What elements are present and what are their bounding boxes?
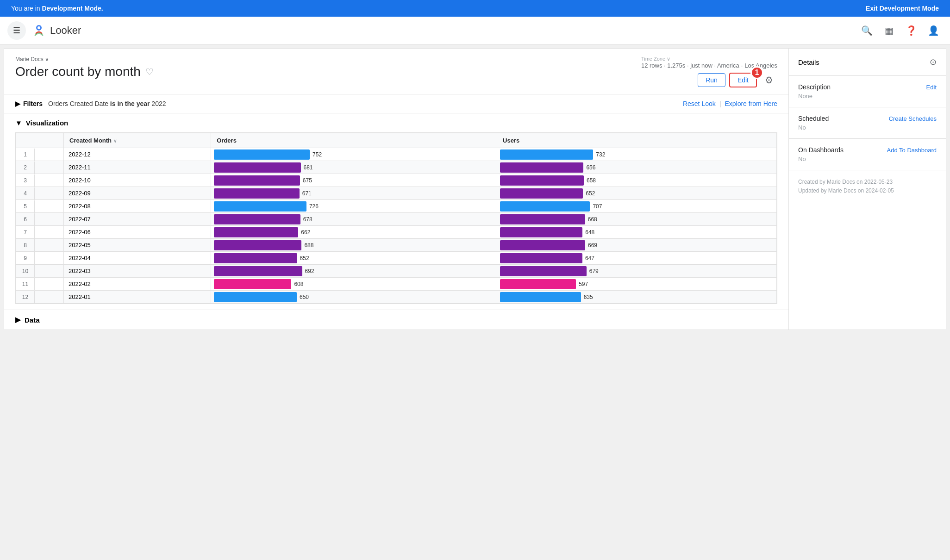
orders-bar-cell: 650: [211, 291, 497, 304]
explore-from-here-link[interactable]: Explore from Here: [725, 100, 777, 107]
user-button[interactable]: 👤: [924, 21, 943, 40]
filter-description: Orders Created Date is in the year 2022: [48, 100, 166, 107]
row-num-cell: 6: [16, 213, 64, 226]
data-section: ▶ Data: [4, 310, 788, 330]
details-nav-icon[interactable]: ⊙: [930, 57, 937, 67]
exit-dev-button[interactable]: Exit Development Mode: [866, 5, 939, 12]
row-num-cell: 8: [16, 239, 64, 252]
row-num-cell: 9: [16, 252, 64, 265]
orders-bar-cell: 662: [211, 226, 497, 239]
timezone-label[interactable]: Time Zone ∨: [641, 56, 777, 62]
filters-toggle[interactable]: ▶ Filters: [15, 100, 43, 107]
orders-bar-cell: 726: [211, 200, 497, 213]
users-value: 635: [584, 294, 593, 300]
on-dashboards-label: On Dashboards: [798, 146, 844, 154]
orders-value: 726: [309, 203, 319, 210]
month-cell: 2022-05: [64, 239, 211, 252]
svg-point-1: [38, 26, 40, 29]
updated-info: Updated by Marie Docs on 2024-02-05: [798, 187, 937, 195]
row-num-cell: 10: [16, 265, 64, 278]
users-bar-cell: 656: [497, 161, 777, 174]
page-header: Marie Docs ∨ Order count by month ♡ Time…: [4, 49, 788, 94]
month-cell: 2022-11: [64, 161, 211, 174]
users-value: 597: [579, 281, 588, 287]
data-label: Data: [25, 316, 40, 324]
description-header: Description Edit: [798, 83, 937, 91]
filters-arrow: ▶: [15, 100, 20, 107]
users-bar-cell: 668: [497, 213, 777, 226]
create-schedules-link[interactable]: Create Schedules: [889, 115, 937, 122]
users-bar-cell: 669: [497, 239, 777, 252]
users-value: 732: [596, 151, 605, 158]
description-row: Description Edit None: [789, 76, 946, 107]
users-bar-cell: 647: [497, 252, 777, 265]
col-header-month[interactable]: Created Month ∨: [64, 133, 211, 148]
users-value: 648: [585, 229, 594, 236]
users-bar-cell: 597: [497, 278, 777, 291]
orders-bar-cell: 688: [211, 239, 497, 252]
users-bar: [500, 266, 587, 276]
col-header-users[interactable]: Users: [497, 133, 777, 148]
data-section-header[interactable]: ▶ Data: [15, 316, 777, 324]
users-value: 707: [593, 203, 602, 210]
run-button[interactable]: Run: [698, 73, 725, 87]
users-bar-cell: 635: [497, 291, 777, 304]
breadcrumb[interactable]: Marie Docs ∨: [15, 56, 154, 62]
orders-bar: [214, 201, 306, 212]
users-bar: [500, 162, 583, 173]
month-cell: 2022-08: [64, 200, 211, 213]
month-cell: 2022-12: [64, 148, 211, 161]
table-row: 10 2022-03 692 679: [16, 265, 777, 278]
users-bar: [500, 175, 584, 186]
help-button[interactable]: ❓: [902, 21, 920, 40]
details-title: Details: [798, 58, 819, 66]
filters-right: Reset Look | Explore from Here: [683, 100, 777, 107]
details-header: Details ⊙: [789, 49, 946, 76]
data-table-container[interactable]: Created Month ∨ Orders Users 1 2022-12: [15, 132, 777, 304]
users-bar: [500, 227, 582, 237]
pipe-separator: |: [719, 100, 721, 107]
row-num-cell: 4: [16, 187, 64, 200]
users-bar: [500, 279, 576, 289]
month-cell: 2022-07: [64, 213, 211, 226]
users-bar-cell: 732: [497, 148, 777, 161]
users-value: 656: [586, 164, 595, 171]
data-arrow: ▶: [15, 316, 21, 324]
favorite-icon[interactable]: ♡: [145, 66, 154, 77]
month-cell: 2022-10: [64, 174, 211, 187]
grid-button[interactable]: ▦: [880, 21, 898, 40]
app-name: Looker: [50, 25, 81, 37]
description-edit-link[interactable]: Edit: [926, 84, 937, 91]
dashboards-header: On Dashboards Add To Dashboard: [798, 146, 937, 154]
reset-look-link[interactable]: Reset Look: [683, 100, 716, 107]
scheduled-label: Scheduled: [798, 115, 829, 122]
table-row: 5 2022-08 726 707: [16, 200, 777, 213]
orders-bar: [214, 266, 302, 276]
users-bar-cell: 707: [497, 200, 777, 213]
viz-header[interactable]: ▼ Visualization: [15, 119, 777, 127]
viz-arrow: ▼: [15, 119, 22, 127]
month-cell: 2022-03: [64, 265, 211, 278]
description-value: None: [798, 93, 937, 100]
orders-bar: [214, 292, 297, 302]
content-area: Marie Docs ∨ Order count by month ♡ Time…: [4, 49, 788, 330]
orders-value: 752: [312, 151, 322, 158]
orders-value: 692: [305, 268, 314, 274]
col-header-orders[interactable]: Orders: [211, 133, 497, 148]
nav-right: 🔍 ▦ ❓ 👤: [857, 21, 943, 40]
search-button[interactable]: 🔍: [857, 21, 876, 40]
filters-bar: ▶ Filters Orders Created Date is in the …: [4, 94, 788, 113]
users-bar-cell: 652: [497, 187, 777, 200]
month-cell: 2022-06: [64, 226, 211, 239]
month-cell: 2022-09: [64, 187, 211, 200]
row-num-cell: 2: [16, 161, 64, 174]
dashboards-row: On Dashboards Add To Dashboard No: [789, 139, 946, 170]
dev-banner-text: You are in Development Mode.: [11, 5, 103, 12]
page-title-section: Marie Docs ∨ Order count by month ♡: [15, 56, 154, 79]
menu-button[interactable]: ☰: [7, 21, 26, 40]
orders-bar: [214, 227, 298, 237]
scheduled-value: No: [798, 124, 937, 131]
description-label: Description: [798, 83, 831, 91]
add-to-dashboard-link[interactable]: Add To Dashboard: [887, 147, 937, 154]
orders-bar: [214, 279, 291, 289]
